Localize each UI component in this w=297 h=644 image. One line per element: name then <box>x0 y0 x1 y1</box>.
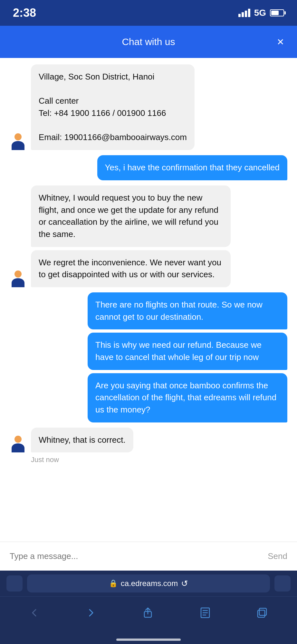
agent-avatar <box>10 436 26 452</box>
address-bar[interactable]: 🔒 ca.edreams.com ↺ <box>27 574 270 592</box>
chat-area: Village, Soc Son District, HanoiCall cen… <box>0 58 297 542</box>
message-row: Whitney, I would request you to buy the … <box>10 185 287 287</box>
status-bar: 2:38 5G <box>0 0 297 26</box>
reload-button[interactable]: ↺ <box>181 579 188 589</box>
message-text: Village, Soc Son District, HanoiCall cen… <box>39 72 187 142</box>
user-message-group: There are no flights on that route. So w… <box>10 292 287 422</box>
agent-bubble: Whitney, I would request you to buy the … <box>31 185 231 247</box>
browser-nav <box>0 596 297 629</box>
send-button[interactable]: Send <box>268 551 287 561</box>
chat-header: Chat with us ✕ <box>0 26 297 58</box>
close-button[interactable]: ✕ <box>277 37 284 47</box>
home-indicator-bar <box>116 639 181 641</box>
message-input[interactable] <box>10 551 268 561</box>
message-text: This is why we need our refund. Because … <box>95 340 262 362</box>
message-text: Whitney, I would request you to buy the … <box>39 193 218 239</box>
browser-extra-button[interactable] <box>6 575 23 592</box>
agent-avatar <box>10 133 26 150</box>
svg-rect-5 <box>259 608 266 615</box>
message-text: We regret the inconvenience. We never wa… <box>39 258 221 279</box>
forward-button[interactable] <box>86 608 96 618</box>
status-time: 2:38 <box>13 6 36 20</box>
svg-rect-6 <box>258 610 265 617</box>
status-icons: 5G <box>238 8 284 18</box>
message-text: There are no flights on that route. So w… <box>95 300 263 322</box>
battery-icon <box>270 9 284 16</box>
agent-bubble: Village, Soc Son District, HanoiCall cen… <box>31 64 195 150</box>
message-text: Yes, i have the confirmation that they c… <box>105 163 280 172</box>
lock-icon: 🔒 <box>109 579 118 588</box>
browser-toolbar: 🔒 ca.edreams.com ↺ <box>0 571 297 596</box>
signal-icon <box>238 9 250 17</box>
agent-bubble: Whitney, that is correct. <box>31 428 133 453</box>
user-bubble: Yes, i have the confirmation that they c… <box>97 155 287 180</box>
home-indicator <box>0 629 297 644</box>
message-row: Village, Soc Son District, HanoiCall cen… <box>10 64 287 150</box>
message-input-area: Send <box>0 542 297 571</box>
network-type: 5G <box>254 8 266 18</box>
browser-tabs-button[interactable] <box>274 575 291 592</box>
timestamp-text: Just now <box>31 456 59 464</box>
message-text: Are you saying that once bamboo confirms… <box>95 381 276 414</box>
message-timestamp: Just now <box>10 456 287 464</box>
agent-bubble: We regret the inconvenience. We never wa… <box>31 250 231 287</box>
user-bubble: Are you saying that once bamboo confirms… <box>88 373 287 422</box>
message-text: Whitney, that is correct. <box>39 435 126 445</box>
message-row: Yes, i have the confirmation that they c… <box>10 155 287 180</box>
share-button[interactable] <box>142 607 154 619</box>
chat-title: Chat with us <box>122 36 175 47</box>
message-row: Whitney, that is correct. <box>10 428 287 453</box>
user-bubble: This is why we need our refund. Because … <box>88 333 287 370</box>
agent-message-group: Whitney, I would request you to buy the … <box>31 185 231 287</box>
agent-avatar <box>10 270 26 287</box>
back-button[interactable] <box>29 608 40 618</box>
browser-url: ca.edreams.com <box>121 579 178 588</box>
tabs-button[interactable] <box>257 607 268 618</box>
bookmark-button[interactable] <box>200 607 211 619</box>
user-bubble: There are no flights on that route. So w… <box>88 292 287 329</box>
